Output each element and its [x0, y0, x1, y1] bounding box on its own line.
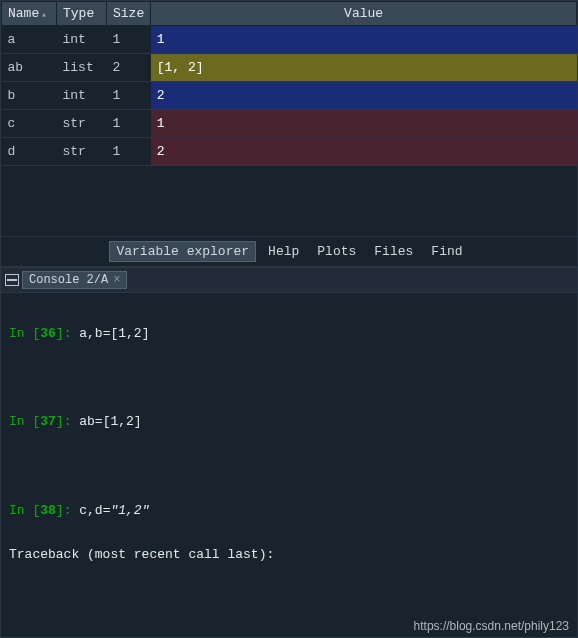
cell-value[interactable]: 2	[151, 82, 577, 110]
kernel-icon[interactable]	[5, 274, 19, 286]
cell-size: 1	[107, 110, 151, 138]
prompt-close: ]:	[56, 326, 79, 341]
code-line: a,b=[1,2]	[79, 326, 149, 341]
tab-plots[interactable]: Plots	[311, 242, 362, 261]
cell-name: ab	[2, 54, 57, 82]
table-row[interactable]: cstr11	[2, 110, 577, 138]
tab-variable-explorer[interactable]: Variable explorer	[109, 241, 256, 262]
col-header-value[interactable]: Value	[151, 2, 577, 26]
cell-name: a	[2, 26, 57, 54]
code-fragment: c,d=	[79, 503, 110, 518]
cell-type: int	[57, 26, 107, 54]
table-row[interactable]: bint12	[2, 82, 577, 110]
prompt-close: ]:	[56, 414, 79, 429]
cell-name: c	[2, 110, 57, 138]
traceback-sub: (most recent call last)	[87, 547, 266, 562]
cell-value[interactable]: 1	[151, 26, 577, 54]
prompt-close: ]:	[56, 503, 79, 518]
col-header-type[interactable]: Type	[57, 2, 107, 26]
console-tab-label: Console 2/A	[29, 273, 108, 287]
code-line: ab=[1,2]	[79, 414, 141, 429]
prompt-in: In [	[9, 503, 40, 518]
pane-tab-bar: Variable explorer Help Plots Files Find	[1, 236, 577, 266]
console-pane: Console 2/A × In [36]: a,b=[1,2] In [37]…	[1, 266, 577, 638]
console-output[interactable]: In [36]: a,b=[1,2] In [37]: ab=[1,2] In …	[1, 293, 577, 638]
cell-size: 2	[107, 54, 151, 82]
close-icon[interactable]: ×	[113, 273, 120, 287]
cell-name: b	[2, 82, 57, 110]
table-header-row: Name Type Size Value	[2, 2, 577, 26]
cell-size: 1	[107, 138, 151, 166]
traceback-colon: :	[266, 547, 274, 562]
prompt-num: 38	[40, 503, 56, 518]
prompt-num: 37	[40, 414, 56, 429]
table-row[interactable]: dstr12	[2, 138, 577, 166]
cell-type: int	[57, 82, 107, 110]
cell-value[interactable]: 1	[151, 110, 577, 138]
console-tab-bar: Console 2/A ×	[1, 268, 577, 293]
prompt-in: In [	[9, 326, 40, 341]
table-row[interactable]: aint11	[2, 26, 577, 54]
cell-value[interactable]: 2	[151, 138, 577, 166]
console-tab[interactable]: Console 2/A ×	[22, 271, 127, 289]
col-header-size[interactable]: Size	[107, 2, 151, 26]
prompt-in: In [	[9, 414, 40, 429]
cell-value[interactable]: [1, 2]	[151, 54, 577, 82]
table-row[interactable]: ablist2[1, 2]	[2, 54, 577, 82]
watermark: https://blog.csdn.net/phily123	[414, 619, 569, 633]
tab-find[interactable]: Find	[425, 242, 468, 261]
tab-help[interactable]: Help	[262, 242, 305, 261]
variable-explorer-table: Name Type Size Value aint11ablist2[1, 2]…	[1, 1, 577, 166]
traceback-label: Traceback	[9, 547, 87, 562]
code-string: "1,2"	[110, 503, 149, 518]
explorer-empty-area	[1, 166, 577, 236]
prompt-num: 36	[40, 326, 56, 341]
cell-type: str	[57, 138, 107, 166]
col-header-name[interactable]: Name	[2, 2, 57, 26]
cell-size: 1	[107, 26, 151, 54]
cell-size: 1	[107, 82, 151, 110]
cell-type: list	[57, 54, 107, 82]
cell-name: d	[2, 138, 57, 166]
tab-files[interactable]: Files	[368, 242, 419, 261]
cell-type: str	[57, 110, 107, 138]
